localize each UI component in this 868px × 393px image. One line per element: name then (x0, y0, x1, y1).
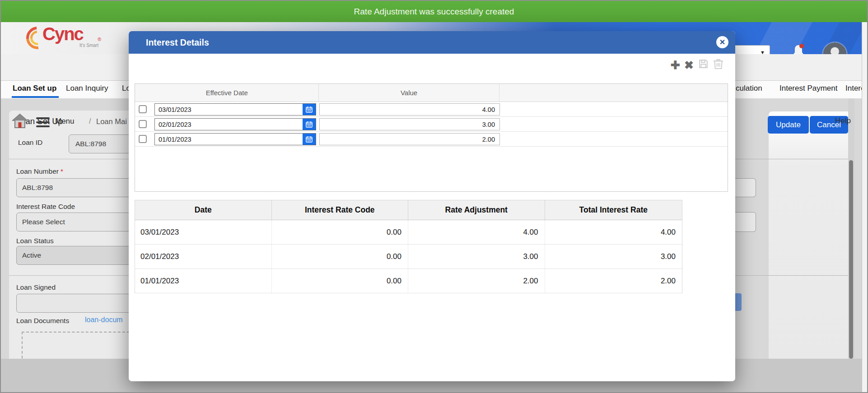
logo-registered-mark: ® (98, 37, 101, 42)
remove-row-icon[interactable]: ✖ (684, 59, 694, 71)
delete-trash-icon[interactable] (713, 58, 723, 71)
table-row: 02/01/2023 3.00 (135, 117, 728, 132)
interest-rate-code-label: Interest Rate Code (16, 203, 75, 211)
modal-toolbar: ✚ ✖ (671, 58, 723, 71)
cell-total-interest-rate: 4.00 (545, 220, 682, 244)
calendar-icon[interactable] (303, 134, 316, 145)
input-fragment (735, 178, 756, 197)
panel-divider (735, 159, 849, 159)
interest-details-modal: Interest Details ✕ ✚ ✖ Effective Date Va… (129, 31, 735, 381)
cell-interest-rate-code: 0.00 (272, 220, 409, 244)
panel-divider (735, 275, 849, 276)
save-icon[interactable] (698, 58, 709, 71)
table-row: 01/01/2023 2.00 (135, 132, 728, 147)
loan-number-label: Loan Number* (16, 167, 63, 176)
breadcrumb-separator: / (89, 117, 91, 125)
window-right-gutter (862, 22, 867, 392)
col-rate-adjustment: Rate Adjustment (408, 200, 545, 220)
update-button[interactable]: Update (768, 116, 809, 134)
value-input[interactable]: 3.00 (319, 118, 500, 130)
value-text: 3.00 (482, 121, 495, 128)
loan-status-value: Active (22, 251, 41, 259)
loan-status-label: Loan Status (16, 237, 54, 245)
col-value: Value (319, 84, 499, 102)
loan-signed-label: Loan Signed (16, 283, 56, 291)
value-text: 2.00 (482, 136, 495, 143)
row-checkbox[interactable] (139, 135, 147, 143)
required-asterisk: * (61, 167, 63, 175)
blue-button-fragment (735, 293, 742, 311)
breadcrumb: Loan Mai (96, 117, 127, 126)
interest-summary-table: Date Interest Rate Code Rate Adjustment … (135, 200, 682, 293)
cell-rate-adjustment: 4.00 (408, 220, 545, 244)
value-input[interactable]: 4.00 (319, 103, 500, 116)
calendar-icon[interactable] (303, 104, 316, 115)
effective-date-input[interactable]: 01/01/2023 (154, 133, 316, 145)
loan-number-value: ABL:8798 (22, 184, 53, 192)
table-row: 03/01/2023 0.00 4.00 4.00 (135, 220, 682, 245)
effective-date-value: 01/01/2023 (159, 136, 191, 143)
cell-date: 01/01/2023 (135, 269, 272, 293)
tab-loan-inquiry[interactable]: Loan Inquiry (66, 84, 108, 93)
cell-total-interest-rate: 2.00 (545, 269, 682, 293)
effective-date-input[interactable]: 03/01/2023 (154, 103, 316, 116)
app-window: Rate Adjustment was successfully created… (0, 0, 868, 393)
cync-logo: Cync ® It's Smart (26, 23, 130, 53)
table-row: 02/01/2023 0.00 3.00 3.00 (135, 245, 682, 269)
close-icon[interactable]: ✕ (716, 36, 728, 48)
col-interest-rate-code: Interest Rate Code (272, 200, 409, 220)
table-row: 01/01/2023 0.00 2.00 2.00 (135, 269, 682, 293)
row-checkbox[interactable] (139, 105, 147, 113)
menu-label[interactable]: Menu (55, 117, 75, 126)
logo-text: Cync (42, 24, 83, 44)
row-checkbox[interactable] (139, 120, 147, 128)
effective-date-value: 03/01/2023 (159, 106, 191, 113)
col-effective-date: Effective Date (135, 84, 319, 102)
input-fragment (735, 212, 756, 232)
logo-tagline: It's Smart (79, 43, 98, 48)
rate-table-header: Effective Date Value (135, 84, 728, 102)
loan-number-label-text: Loan Number (16, 167, 59, 175)
cell-total-interest-rate: 3.00 (545, 245, 682, 268)
close-glyph: ✕ (719, 38, 725, 46)
tab-calculation-fragment[interactable]: culation (736, 84, 762, 93)
success-banner-text: Rate Adjustment was successfully created (354, 7, 514, 17)
cell-rate-adjustment: 2.00 (408, 269, 545, 293)
loan-documents-link[interactable]: loan-docum (85, 316, 123, 324)
modal-header: Interest Details ✕ (129, 31, 735, 54)
tab-loan-set-up[interactable]: Loan Set up (13, 84, 56, 93)
help-link[interactable]: Help (835, 116, 851, 125)
cell-date: 02/01/2023 (135, 245, 272, 268)
right-panel-fragment (769, 111, 849, 359)
calendar-icon[interactable] (303, 119, 316, 130)
home-icon[interactable] (12, 114, 28, 130)
cell-interest-rate-code: 0.00 (272, 269, 409, 293)
interest-rate-code-value: Please Select (22, 218, 65, 226)
menu-icon[interactable] (36, 117, 50, 127)
value-text: 4.00 (482, 106, 495, 113)
col-total-interest-rate: Total Interest Rate (545, 200, 682, 220)
cell-date: 03/01/2023 (135, 220, 272, 244)
tab-interest-payment[interactable]: Interest Payment (779, 84, 838, 93)
effective-date-input[interactable]: 02/01/2023 (154, 118, 316, 130)
scrollbar-thumb[interactable] (849, 160, 853, 359)
cell-interest-rate-code: 0.00 (272, 245, 409, 268)
col-empty (499, 84, 728, 102)
loan-id-label: Loan ID (18, 139, 42, 147)
rate-adjustment-table: Effective Date Value 03/01/2023 4.00 02/… (135, 83, 728, 192)
table-row: 03/01/2023 4.00 (135, 102, 728, 117)
add-row-icon[interactable]: ✚ (671, 59, 680, 71)
cell-rate-adjustment: 3.00 (408, 245, 545, 268)
effective-date-value: 02/01/2023 (159, 121, 191, 128)
loan-documents-label: Loan Documents (16, 317, 69, 325)
active-tab-underline (12, 96, 59, 98)
col-date: Date (135, 200, 272, 220)
success-banner: Rate Adjustment was successfully created (0, 1, 868, 22)
modal-title: Interest Details (146, 31, 209, 54)
value-input[interactable]: 2.00 (319, 133, 500, 145)
summary-table-header: Date Interest Rate Code Rate Adjustment … (135, 200, 682, 220)
loan-id-value: ABL:8798 (75, 140, 106, 148)
